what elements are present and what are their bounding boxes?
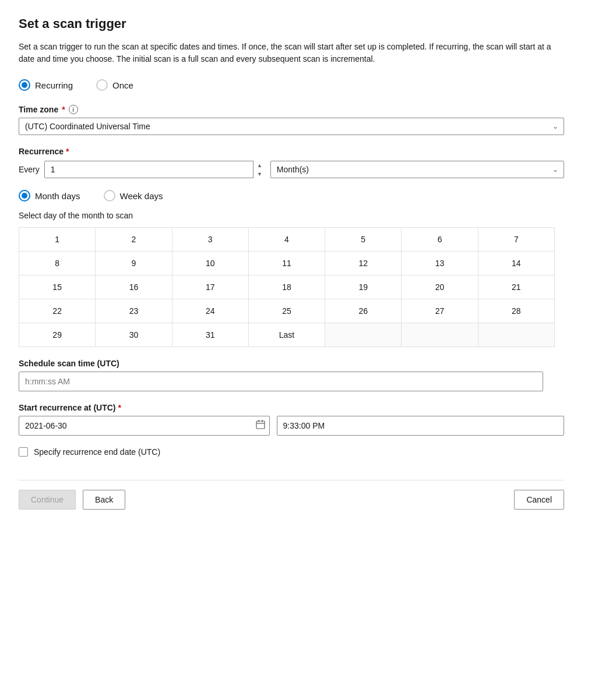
- recurrence-row: Every ▲ ▼ Month(s) Day(s) Week(s) Year(s…: [19, 161, 564, 178]
- calendar-day-cell[interactable]: 4: [248, 228, 325, 252]
- calendar-day-cell[interactable]: 27: [402, 299, 478, 323]
- page-description: Set a scan trigger to run the scan at sp…: [19, 41, 564, 65]
- recurring-radio-circle[interactable]: [19, 79, 30, 91]
- once-radio-label: Once: [112, 80, 133, 90]
- calendar-day-cell[interactable]: 30: [96, 323, 172, 347]
- calendar-day-cell[interactable]: 10: [172, 252, 248, 275]
- recurring-radio-option[interactable]: Recurring: [19, 79, 73, 91]
- start-recurrence-row: [19, 416, 564, 436]
- calendar-day-cell[interactable]: 19: [325, 275, 402, 299]
- calendar-grid: 1234567891011121314151617181920212223242…: [19, 227, 555, 347]
- calendar-day-cell[interactable]: 31: [172, 323, 248, 347]
- select-day-label: Select day of the month to scan: [19, 211, 564, 220]
- date-input[interactable]: [19, 416, 270, 436]
- calendar-day-cell[interactable]: 24: [172, 299, 248, 323]
- once-radio-circle[interactable]: [96, 79, 108, 91]
- calendar-day-cell[interactable]: 5: [325, 228, 402, 252]
- calendar-day-cell[interactable]: 12: [325, 252, 402, 275]
- calendar-day-cell[interactable]: 3: [172, 228, 248, 252]
- page-title: Set a scan trigger: [19, 16, 564, 31]
- recurrence-required-star: *: [66, 147, 69, 156]
- spin-down-button[interactable]: ▼: [254, 169, 266, 178]
- trigger-type-radio-group: Recurring Once: [19, 79, 564, 91]
- calendar-day-cell: [478, 323, 554, 347]
- week-days-radio-option[interactable]: Week days: [104, 190, 163, 201]
- calendar-day-cell: [402, 323, 478, 347]
- calendar-day-cell[interactable]: 8: [19, 252, 96, 275]
- continue-button[interactable]: Continue: [19, 490, 76, 510]
- calendar-day-cell[interactable]: 7: [478, 228, 554, 252]
- recurrence-section: Recurrence * Every ▲ ▼ Month(s) Day(s) W…: [19, 147, 564, 391]
- timezone-section: Time zone * i (UTC) Coordinated Universa…: [19, 105, 564, 135]
- month-days-radio-label: Month days: [35, 191, 80, 201]
- calendar-day-cell[interactable]: 22: [19, 299, 96, 323]
- week-days-radio-circle[interactable]: [104, 190, 115, 201]
- calendar-day-cell[interactable]: 20: [402, 275, 478, 299]
- period-select-wrapper: Month(s) Day(s) Week(s) Year(s) ⌄: [270, 161, 564, 178]
- calendar-day-cell[interactable]: 18: [248, 275, 325, 299]
- week-days-radio-label: Week days: [120, 191, 163, 201]
- schedule-time-label: Schedule scan time (UTC): [19, 359, 564, 368]
- calendar-day-cell[interactable]: 28: [478, 299, 554, 323]
- period-select[interactable]: Month(s) Day(s) Week(s) Year(s): [270, 161, 564, 178]
- info-icon[interactable]: i: [69, 105, 78, 114]
- calendar-day-cell[interactable]: 1: [19, 228, 96, 252]
- date-input-wrapper: [19, 416, 270, 436]
- calendar-day-cell[interactable]: 17: [172, 275, 248, 299]
- calendar-day-cell: [325, 323, 402, 347]
- required-star: *: [62, 105, 65, 114]
- end-date-checkbox-label: Specify recurrence end date (UTC): [34, 447, 160, 457]
- timezone-select-wrapper: (UTC) Coordinated Universal Time ⌄: [19, 118, 564, 135]
- calendar-day-cell[interactable]: 2: [96, 228, 172, 252]
- calendar-day-cell[interactable]: 29: [19, 323, 96, 347]
- recurring-radio-label: Recurring: [35, 80, 73, 90]
- start-recurrence-section: Start recurrence at (UTC) *: [19, 403, 564, 436]
- calendar-day-cell[interactable]: 25: [248, 299, 325, 323]
- calendar-day-cell[interactable]: 6: [402, 228, 478, 252]
- svg-rect-0: [256, 421, 265, 429]
- cancel-button[interactable]: Cancel: [514, 490, 564, 510]
- calendar-day-cell[interactable]: 21: [478, 275, 554, 299]
- month-days-radio-option[interactable]: Month days: [19, 190, 80, 201]
- timezone-label: Time zone * i: [19, 105, 564, 114]
- every-label: Every: [19, 165, 40, 174]
- calendar-day-cell[interactable]: 15: [19, 275, 96, 299]
- calendar-day-cell[interactable]: 23: [96, 299, 172, 323]
- calendar-icon-button[interactable]: [256, 420, 265, 432]
- once-radio-option[interactable]: Once: [96, 79, 133, 91]
- spin-up-button[interactable]: ▲: [254, 161, 266, 169]
- end-date-checkbox-row: Specify recurrence end date (UTC): [19, 447, 564, 457]
- calendar-day-cell[interactable]: Last: [248, 323, 325, 347]
- every-value-wrapper: ▲ ▼: [44, 161, 266, 178]
- day-type-radio-group: Month days Week days: [19, 190, 564, 201]
- end-date-checkbox[interactable]: [19, 447, 28, 457]
- start-recurrence-required-star: *: [118, 403, 121, 412]
- calendar-day-cell[interactable]: 14: [478, 252, 554, 275]
- spin-buttons: ▲ ▼: [253, 161, 266, 178]
- calendar-day-cell[interactable]: 16: [96, 275, 172, 299]
- calendar-day-cell[interactable]: 13: [402, 252, 478, 275]
- period-select-container: Month(s) Day(s) Week(s) Year(s) ⌄: [270, 161, 564, 178]
- calendar-day-cell[interactable]: 11: [248, 252, 325, 275]
- timezone-select[interactable]: (UTC) Coordinated Universal Time: [19, 118, 564, 135]
- back-button[interactable]: Back: [83, 490, 125, 510]
- footer-bar: Continue Back Cancel: [19, 480, 564, 510]
- month-days-radio-circle[interactable]: [19, 190, 30, 201]
- start-time-input[interactable]: [277, 416, 564, 436]
- schedule-time-section: Schedule scan time (UTC): [19, 359, 564, 391]
- calendar-day-cell[interactable]: 26: [325, 299, 402, 323]
- calendar-day-cell[interactable]: 9: [96, 252, 172, 275]
- schedule-time-input[interactable]: [19, 372, 543, 391]
- every-value-input[interactable]: [44, 161, 266, 178]
- recurrence-label: Recurrence *: [19, 147, 564, 156]
- start-recurrence-label: Start recurrence at (UTC) *: [19, 403, 564, 412]
